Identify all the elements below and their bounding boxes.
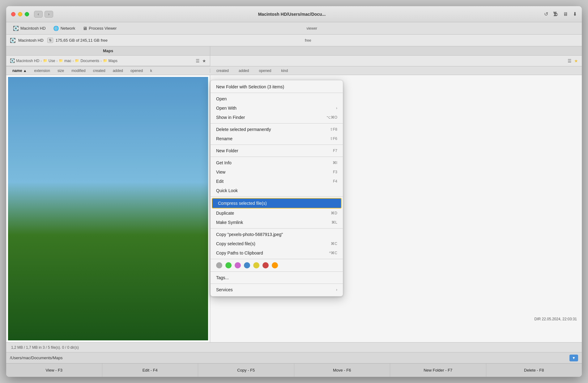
tag-green[interactable] [225, 262, 232, 268]
col-created-left[interactable]: created [91, 69, 108, 73]
col-kind-right[interactable]: kind [279, 69, 290, 73]
ctx-rename[interactable]: Rename ⇧F6 [211, 134, 343, 143]
window-title: Macintosh HD/Users/mac/Docu... [40, 12, 544, 17]
star-icon[interactable]: ★ [202, 58, 206, 63]
ctx-duplicate[interactable]: Duplicate ⌘D [211, 208, 343, 218]
left-col-headers: name ▲ extension size modified created a… [6, 69, 210, 73]
ctx-new-folder-selection[interactable]: New Folder with Selection (3 items) [211, 82, 343, 91]
context-menu: New Folder with Selection (3 items) Open… [210, 80, 343, 297]
tag-orange[interactable] [272, 262, 278, 268]
list-view-icon[interactable]: ☰ [196, 58, 200, 63]
tag-yellow[interactable] [253, 262, 259, 268]
fn-edit[interactable]: Edit - F4 [102, 364, 198, 377]
col-added-left[interactable]: added [110, 69, 126, 73]
fn-new-folder-label: New Folder - F7 [424, 368, 452, 372]
ctx-delete-perm-label: Delete selected permanently [216, 127, 271, 132]
right-star-icon[interactable]: ★ [574, 58, 578, 63]
ctx-sep-1 [211, 93, 343, 93]
ctx-open[interactable]: Open [211, 94, 343, 103]
display-icon[interactable]: 🖥 [563, 11, 568, 17]
refresh-icon[interactable]: ↺ [544, 11, 548, 17]
tag-red[interactable] [262, 262, 269, 268]
fn-new-folder[interactable]: New Folder - F7 [390, 364, 486, 377]
bc-macintosh[interactable]: Macintosh HD [16, 59, 39, 63]
col-mod-left[interactable]: modified [69, 69, 88, 73]
tag-purple[interactable] [235, 262, 241, 268]
col-opened-left[interactable]: opened [128, 69, 145, 73]
fn-move[interactable]: Move - F6 [294, 364, 390, 377]
close-button[interactable] [11, 12, 15, 16]
bc-use-icon[interactable]: 📁 [43, 59, 47, 63]
ctx-sep-7 [211, 259, 343, 259]
download-icon[interactable]: ⬇ [573, 11, 577, 17]
ctx-new-folder[interactable]: New Folder F7 [211, 146, 343, 155]
ctx-get-info[interactable]: Get Info ⌘I [211, 158, 343, 167]
ctx-compress[interactable]: Compress selected file(s) [212, 198, 342, 208]
ctx-show-finder-shortcut: ⌥⌘O [326, 115, 337, 120]
right-list-icon[interactable]: ☰ [568, 58, 572, 63]
file-item-scenery[interactable]: scenery-of-mountain-range-.jpg [62, 133, 102, 172]
ctx-copy-named[interactable]: Copy "pexels-photo-5687913.jpeg" [211, 230, 343, 239]
right-col-headers: created added opened kind [210, 69, 582, 73]
drive-icon-sm: 💽 [10, 38, 16, 43]
breadcrumb-actions: ☰ ★ [196, 58, 206, 63]
archive-icon[interactable]: 🗜 [553, 11, 558, 17]
disk-stepper[interactable]: ⇅ [47, 38, 53, 43]
ctx-copy-selected-shortcut: ⌘C [331, 242, 337, 246]
fn-view[interactable]: View - F3 [6, 364, 102, 377]
fn-delete[interactable]: Delete - F8 [486, 364, 582, 377]
maximize-button[interactable] [25, 12, 29, 16]
bc-maps[interactable]: Maps [109, 59, 117, 63]
ctx-delete-perm[interactable]: Delete selected permanently ⇧F8 [211, 125, 343, 134]
fav-label: Macintosh HD [20, 26, 46, 31]
ctx-tags-row [211, 260, 343, 270]
fav-network[interactable]: 🌐 Network [50, 24, 79, 32]
bc-docs-icon[interactable]: 📁 [75, 59, 79, 63]
ctx-copy-named-label: Copy "pexels-photo-5687913.jpeg" [216, 232, 283, 237]
fav-macintosh-hd[interactable]: 💽 Macintosh HD [10, 24, 49, 32]
col-name-left[interactable]: name ▲ [10, 69, 29, 73]
bc-sep4: › [100, 59, 102, 63]
col-k-left[interactable]: k [148, 69, 155, 73]
files-grid: ⬆ .. 1.webp mountain_ground_by_bu [12, 84, 204, 175]
ctx-duplicate-label: Duplicate [216, 211, 234, 216]
minimize-button[interactable] [18, 12, 22, 16]
bc-maps-icon[interactable]: 📁 [103, 59, 107, 63]
ctx-get-info-shortcut: ⌘I [333, 161, 337, 165]
bc-mac-icon[interactable]: 📁 [59, 59, 63, 63]
bc-docs[interactable]: Documents [80, 59, 99, 63]
col-ext-left[interactable]: extension [32, 69, 53, 73]
ctx-copy-selected-label: Copy selected file(s) [216, 241, 255, 246]
bc-drive-icon[interactable]: 💽 [10, 58, 15, 63]
ctx-copy-paths[interactable]: Copy Paths to Clipboard ^⌘C [211, 248, 343, 258]
traffic-lights [11, 12, 29, 16]
ctx-show-finder[interactable]: Show in Finder ⌥⌘O [211, 113, 343, 122]
ctx-open-with[interactable]: Open With › [211, 103, 343, 113]
fav-process-viewer[interactable]: 🖥 Process Viewer [79, 24, 120, 32]
bc-sep1: › [40, 59, 42, 63]
tag-gray[interactable] [216, 262, 222, 268]
left-file-panel: ⬆ .. 1.webp mountain_ground_by_bu [6, 75, 210, 342]
ctx-services[interactable]: Services › [211, 285, 343, 294]
ctx-quick-look[interactable]: Quick Look [211, 186, 343, 195]
tag-blue[interactable] [244, 262, 250, 268]
ctx-copy-selected[interactable]: Copy selected file(s) ⌘C [211, 239, 343, 248]
col-size-left[interactable]: size [55, 69, 66, 73]
col-created-right[interactable]: created [214, 69, 231, 73]
network-icon: 🌐 [53, 26, 59, 31]
col-added-right[interactable]: added [236, 69, 251, 73]
ctx-tags[interactable]: Tags... [211, 273, 343, 282]
bc-use[interactable]: Use [49, 59, 55, 63]
ctx-open-with-label: Open With [216, 106, 236, 111]
bc-sep2: › [56, 59, 58, 63]
ctx-edit-shortcut: F4 [333, 179, 337, 183]
ctx-services-label: Services [216, 287, 233, 292]
bc-mac[interactable]: mac [64, 59, 71, 63]
ctx-symlink[interactable]: Make Symlink ⌘L [211, 218, 343, 227]
path-dropdown-btn[interactable]: ▼ [569, 355, 578, 361]
col-opened-right[interactable]: opened [256, 69, 274, 73]
ctx-edit[interactable]: Edit F4 [211, 177, 343, 186]
fn-copy-label: Copy - F5 [237, 368, 255, 372]
ctx-view[interactable]: View F3 [211, 167, 343, 177]
fn-copy[interactable]: Copy - F5 [198, 364, 294, 377]
